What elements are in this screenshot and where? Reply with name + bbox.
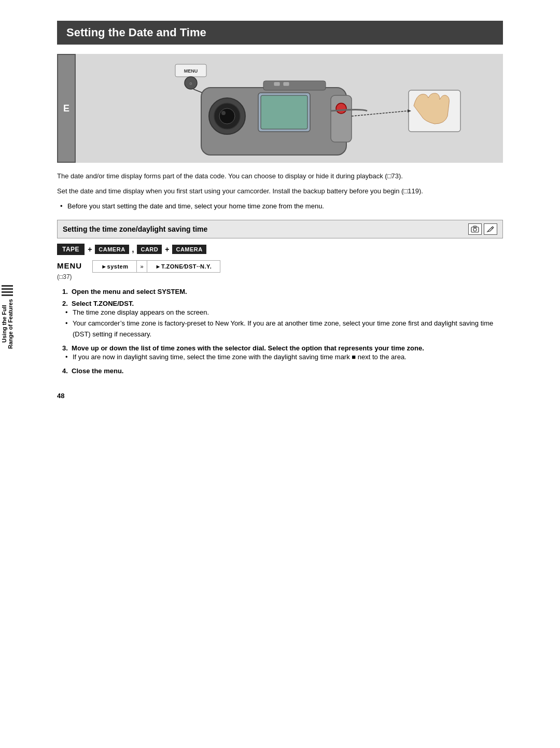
tape-button: TAPE (57, 244, 85, 255)
header-icons (468, 223, 497, 235)
comma-separator: , (132, 245, 134, 253)
camera-icon-box (468, 223, 482, 235)
svg-text:MENU: MENU (184, 68, 198, 74)
card-button: CARD (137, 245, 162, 254)
camera-button-2: CAMERA (172, 245, 206, 254)
camcorder-image: MENU ○ (76, 54, 503, 163)
intro-para1: The date and/or time display forms part … (57, 171, 503, 182)
intro-bullet1: Before you start setting the date and ti… (67, 201, 503, 212)
menu-nav-boxes: ►system » ►T.ZONE⁄DST··N.Y. (92, 260, 220, 273)
intro-section: E MENU ○ (57, 54, 503, 163)
svg-text:○: ○ (189, 81, 192, 86)
step-3-label: 3. Move up or down the list of time zone… (62, 344, 503, 352)
step-2: 2. Select T.ZONE/DST. The time zone disp… (62, 300, 503, 340)
sidebar-decoration (2, 285, 13, 296)
intro-para2: Set the date and time display when you f… (57, 186, 503, 197)
sidebar-label: Using the Full Range of Features (0, 285, 15, 349)
camera-icon (470, 225, 480, 233)
step-4: 4. Close the menu. (62, 367, 503, 375)
menu-nav-area: MENU (□37) ►system » ►T.ZONE⁄DST··N.Y. (57, 260, 503, 280)
sidebar-text: Using the Full Range of Features (1, 299, 13, 349)
section-header: Setting the time zone/daylight saving ti… (57, 220, 503, 238)
step-3-bullet-1: If you are now in daylight saving time, … (73, 352, 503, 363)
page-number: 48 (57, 392, 64, 400)
step-4-label: 4. Close the menu. (62, 367, 503, 375)
system-box: ►system (93, 261, 137, 272)
svg-rect-12 (263, 81, 326, 90)
camcorder-svg: MENU ○ (81, 59, 498, 158)
nav-arrow: » (137, 261, 147, 272)
e-label: E (57, 54, 76, 163)
section-header-text: Setting the time zone/daylight saving ti… (63, 225, 207, 233)
page-title: Setting the Date and Time (57, 21, 503, 45)
plus-sign-2: + (165, 245, 169, 253)
svg-line-25 (492, 228, 493, 229)
step-2-bullet-2: Your camcorder’s time zone is factory-pr… (73, 318, 503, 340)
svg-point-9 (221, 111, 226, 115)
tzone-box: ►T.ZONE⁄DST··N.Y. (147, 261, 220, 272)
svg-rect-11 (261, 95, 307, 129)
camera-button-1: CAMERA (95, 245, 129, 254)
svg-rect-16 (283, 82, 289, 86)
pen-icon-box (484, 223, 497, 235)
menu-label: MENU (57, 261, 82, 270)
svg-rect-15 (274, 82, 280, 86)
plus-sign-1: + (88, 245, 92, 253)
svg-rect-13 (331, 95, 352, 142)
svg-line-20 (352, 111, 408, 116)
step-1-label: 1. Open the menu and select SYSTEM. (62, 288, 503, 295)
steps-list: 1. Open the menu and select SYSTEM. 2. S… (62, 288, 503, 374)
mode-buttons: TAPE + CAMERA , CARD + CAMERA (57, 244, 503, 255)
step-1: 1. Open the menu and select SYSTEM. (62, 288, 503, 295)
menu-ref: (□37) (57, 273, 72, 280)
svg-point-14 (336, 103, 346, 114)
step-2-bullet-1: The time zone display appears on the scr… (73, 307, 503, 318)
step-2-label: 2. Select T.ZONE/DST. (62, 300, 503, 307)
step-3: 3. Move up or down the list of time zone… (62, 344, 503, 363)
page-content: Setting the Date and Time E MENU ○ (57, 0, 503, 410)
menu-left: MENU (□37) (57, 260, 86, 280)
pen-icon (486, 225, 495, 233)
svg-point-8 (219, 108, 235, 124)
svg-point-23 (473, 228, 477, 231)
